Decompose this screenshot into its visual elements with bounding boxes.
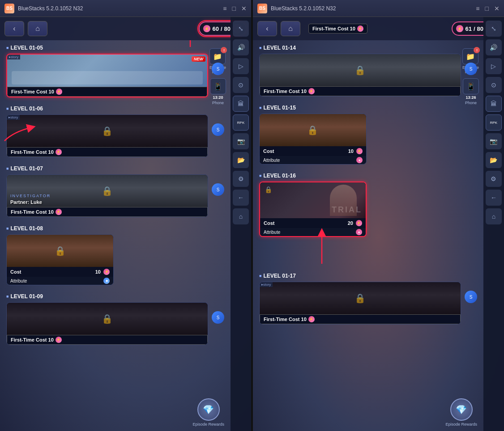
card-footer-01-15: Cost 10 ⚡ xyxy=(260,146,366,156)
story-tag-01-06: ▸story xyxy=(7,115,20,120)
sidebar-icon-play-r[interactable]: ▷ xyxy=(486,58,502,74)
attr-row-01-16: Attribute ♥ xyxy=(260,228,366,236)
top-first-time-text-right: First-Time Cost 10 xyxy=(312,26,355,31)
level-section-01-09: LEVEL 01-09 🔒 First-Time Cost 10 ⚡ xyxy=(6,293,224,345)
maximize-btn-left[interactable]: □ xyxy=(232,5,236,12)
level-label-01-15: LEVEL 01-15 xyxy=(259,105,477,111)
content-area-right: LEVEL 01-14 🔒 First-Time Cost 10 ⚡ xyxy=(253,40,483,431)
cost-label-01-08: Cost xyxy=(10,269,21,275)
card-01-09[interactable]: 🔒 First-Time Cost 10 ⚡ xyxy=(6,302,208,345)
level-label-01-08: LEVEL 01-08 xyxy=(6,225,224,232)
topnav-right: ‹ ⌂ First-Time Cost 10 ⚡ ⚡ 61/80 + xyxy=(253,17,504,40)
story-tag-01-05: ▸story xyxy=(7,55,20,59)
sidebar-icon-sound[interactable]: 🔊 xyxy=(233,39,249,55)
episode-label-right: Episode Rewards xyxy=(445,422,477,427)
episode-rewards-right[interactable]: 💎 Episode Rewards xyxy=(445,398,477,427)
bluestacks-logo-left: BS xyxy=(4,4,14,13)
first-time-banner-01-06: First-Time Cost 10 ⚡ xyxy=(7,147,208,157)
sidebar-icon-sound-r[interactable]: 🔊 xyxy=(486,39,502,55)
energy-small-01-14: ⚡ xyxy=(308,88,315,94)
sidebar-icon-target-r[interactable]: ⊙ xyxy=(486,77,502,93)
level-section-01-08: LEVEL 01-08 🔒 Cost 10 ⚡ Attribute ◆ xyxy=(6,225,224,285)
sidebar-icon-back-r[interactable]: ← xyxy=(486,190,502,206)
card-row-01-05: ▸story NEW First-Time Cost 10 ⚡ S xyxy=(6,54,224,97)
level-label-01-07: LEVEL 01-07 xyxy=(6,165,224,172)
level-label-01-09: LEVEL 01-09 xyxy=(6,293,224,300)
card-row-01-07: 🔒 INVESTIGATOR Partner: Luke First-Time … xyxy=(6,174,224,217)
energy-icon-left: ⚡ xyxy=(203,25,210,32)
card-01-07[interactable]: 🔒 INVESTIGATOR Partner: Luke First-Time … xyxy=(6,174,208,217)
episode-rewards-left[interactable]: 💎 Episode Rewards xyxy=(192,398,224,427)
first-time-text-01-09: First-Time Cost 10 xyxy=(11,337,54,342)
close-btn-left[interactable]: ✕ xyxy=(241,5,247,12)
attr-icon-01-16: ♥ xyxy=(356,229,362,235)
level-section-01-14: LEVEL 01-14 🔒 First-Time Cost 10 ⚡ xyxy=(259,45,477,97)
card-01-05[interactable]: ▸story NEW First-Time Cost 10 ⚡ xyxy=(6,54,208,97)
lock-icon-01-09: 🔒 xyxy=(102,313,113,324)
energy-icon-01-08: ⚡ xyxy=(103,269,110,275)
energy-small-top-right: ⚡ xyxy=(357,25,363,32)
level-label-01-05: LEVEL 01-05 xyxy=(6,45,224,51)
menu-btn-left[interactable]: ≡ xyxy=(223,5,226,12)
sidebar-icon-play[interactable]: ▷ xyxy=(233,58,249,74)
titlebar-right: BS BlueStacks 5.2.0.1052 N32 ≡ □ ✕ xyxy=(253,0,504,17)
lock-icon-01-16: 🔒 xyxy=(265,186,272,193)
sidebar-icon-settings[interactable]: ⚙ xyxy=(233,171,249,187)
blue-action-btn-01-17[interactable]: S xyxy=(465,291,477,303)
first-time-banner-01-09: First-Time Cost 10 ⚡ xyxy=(7,335,208,345)
first-time-text-01-06: First-Time Cost 10 xyxy=(11,149,54,155)
menu-btn-right[interactable]: ≡ xyxy=(476,5,479,12)
card-01-06[interactable]: ▸story 🔒 First-Time Cost 10 ⚡ xyxy=(6,114,208,157)
back-btn-right[interactable]: ‹ xyxy=(257,21,277,36)
top-first-time-banner-right: First-Time Cost 10 ⚡ xyxy=(308,24,367,34)
cost-value-01-16: 20 xyxy=(348,220,353,226)
sidebar-icon-expand[interactable]: ⤡ xyxy=(233,21,249,37)
energy-small-01-09: ⚡ xyxy=(56,337,62,343)
sidebar-icon-back[interactable]: ← xyxy=(233,190,249,206)
sidebar-icon-rpk[interactable]: RPK xyxy=(233,114,249,131)
sidebar-icon-building[interactable]: 🏛 xyxy=(233,96,249,112)
first-time-text-01-05: First-Time Cost 10 xyxy=(11,89,54,94)
sidebar-icon-target[interactable]: ⊙ xyxy=(233,77,249,93)
blue-action-btn-01-07[interactable]: S xyxy=(212,183,224,196)
card-01-15[interactable]: 🔒 Cost 10 ⚡ Attribute ♥ xyxy=(259,114,367,165)
close-btn-right[interactable]: ✕ xyxy=(494,5,500,12)
sidebar-icon-home[interactable]: ⌂ xyxy=(233,208,249,224)
sidebar-icon-camera[interactable]: 📷 xyxy=(233,133,249,149)
episode-label-left: Episode Rewards xyxy=(192,422,224,427)
sidebar-icon-building-r[interactable]: 🏛 xyxy=(486,96,502,112)
lock-icon-01-15: 🔒 xyxy=(307,125,318,135)
card-01-14[interactable]: 🔒 First-Time Cost 10 ⚡ xyxy=(259,54,461,97)
sidebar-icon-camera-r[interactable]: 📷 xyxy=(486,133,502,149)
topnav-left: ‹ ⌂ ⚡ 60/80 + xyxy=(0,17,251,40)
sidebar-left-panel: ⤡ 🔊 ▷ ⊙ 🏛 RPK 📷 📂 ⚙ ← ⌂ xyxy=(231,17,251,431)
sidebar-icon-folder[interactable]: 📂 xyxy=(233,152,249,168)
level-section-01-17: LEVEL 01-17 ▸story 🔒 First-Time Cost 10 … xyxy=(259,273,477,325)
sidebar-icon-expand-r[interactable]: ⤡ xyxy=(486,21,502,37)
sidebar-icon-settings-r[interactable]: ⚙ xyxy=(486,171,502,187)
back-btn-left[interactable]: ‹ xyxy=(4,21,24,36)
cost-value-01-08: 10 xyxy=(95,269,101,275)
blue-action-btn-01-09[interactable]: S xyxy=(212,311,224,324)
card-01-16[interactable]: 🔒 TRIAL Cost 20 ⚡ Attribute xyxy=(259,182,367,237)
blue-action-btn-01-06[interactable]: S xyxy=(212,123,224,136)
sidebar-icon-rpk-r[interactable]: RPK xyxy=(486,114,502,131)
home-btn-left[interactable]: ⌂ xyxy=(28,21,47,36)
level-label-01-17: LEVEL 01-17 xyxy=(259,273,477,279)
home-btn-right[interactable]: ⌂ xyxy=(281,21,300,36)
card-01-17[interactable]: ▸story 🔒 First-Time Cost 10 ⚡ xyxy=(259,282,461,325)
energy-max-right: 80 xyxy=(477,25,483,32)
sidebar-icon-home-r[interactable]: ⌂ xyxy=(486,208,502,224)
card-01-08[interactable]: 🔒 Cost 10 ⚡ Attribute ◆ xyxy=(6,234,114,285)
blue-action-btn-01-05[interactable]: S xyxy=(212,63,224,75)
bluestacks-logo-right: BS xyxy=(257,4,267,13)
sidebar-icon-folder-r[interactable]: 📂 xyxy=(486,152,502,168)
card-row-01-14: 🔒 First-Time Cost 10 ⚡ S xyxy=(259,54,477,97)
level-section-01-16: LEVEL 01-16 🔒 TRIAL xyxy=(259,173,477,237)
attr-label-01-08: Attribute xyxy=(10,279,27,283)
maximize-btn-right[interactable]: □ xyxy=(485,5,489,12)
attr-row-01-08: Attribute ◆ xyxy=(7,277,113,285)
level-section-01-07: LEVEL 01-07 🔒 INVESTIGATOR Partner: Luke… xyxy=(6,165,224,217)
investigator-text: INVESTIGATOR xyxy=(10,194,51,198)
blue-action-btn-01-14[interactable]: S xyxy=(465,63,477,75)
